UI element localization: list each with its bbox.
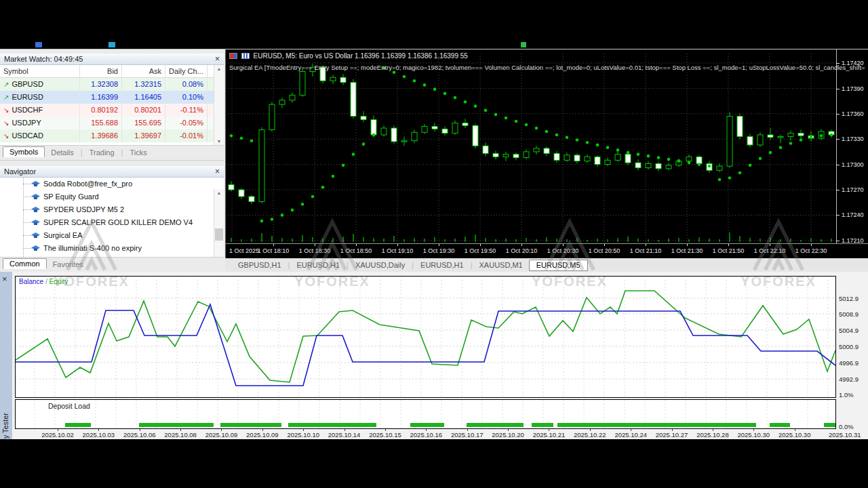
column-bid[interactable]: Bid	[80, 65, 122, 78]
toolbar-icon-fragment	[35, 42, 42, 47]
cap-base	[34, 184, 37, 186]
time-axis-tick	[315, 244, 315, 246]
arrow-up-icon: ↗	[3, 94, 9, 101]
date-axis-tick	[180, 429, 181, 431]
chart-tab-eurusd-h1[interactable]: EURUSD,H1	[290, 260, 346, 270]
tab-favorites[interactable]: Favorites	[47, 260, 90, 269]
tab-separator: |	[121, 148, 123, 157]
date-axis-tick	[590, 429, 591, 431]
close-icon[interactable]: ×	[215, 167, 220, 176]
date-axis-tick	[98, 429, 99, 431]
chart-tab-xauusd-m1[interactable]: XAUUSD,M1	[473, 260, 529, 270]
time-axis-label: 1 Oct 19:30	[423, 247, 455, 254]
time-axis-tick	[480, 244, 481, 246]
market-watch-scrollbar[interactable]: ▲ ▼	[214, 65, 224, 146]
date-axis-label: 2025.10.09	[246, 431, 279, 439]
market-watch-row[interactable]: ↗EURUSD1.163991.164050.10%	[0, 91, 224, 104]
market-watch-row[interactable]: ↘USDCAD1.396861.39697-0.01%	[0, 129, 224, 142]
time-axis[interactable]: 1 Oct 20251 Oct 18:101 Oct 18:301 Oct 18…	[226, 243, 868, 258]
date-axis-label: 2025.10.06	[123, 431, 156, 439]
close-icon[interactable]: ×	[215, 54, 220, 64]
market-watch-row[interactable]: ↘USDCHF0.801920.80201-0.11%	[0, 104, 224, 117]
expert-advisor-icon	[31, 194, 40, 200]
column-daily-change[interactable]: Daily Ch...	[165, 65, 208, 78]
navigator-scrollbar[interactable]: ▲ ▼	[214, 189, 224, 257]
market-watch-row[interactable]: ↘USDJPY155.688155.695-0.05%	[0, 117, 224, 129]
tab-separator: |	[81, 148, 83, 157]
date-axis-label: 2025.10.28	[696, 431, 729, 439]
chart-tab-eurusd-m5[interactable]: EURUSD,M5	[529, 260, 588, 271]
cap-base	[34, 248, 37, 251]
time-axis-label: 1 Oct 21:50	[713, 247, 745, 254]
chart-tab-xauusd-daily[interactable]: XAUUSD,Daily	[349, 260, 411, 270]
navigator-item[interactable]: Surgical EA	[0, 229, 224, 242]
time-axis-tick	[356, 244, 357, 246]
price-axis-tick	[836, 215, 840, 216]
tester-pct-label: 0.0%	[839, 423, 854, 430]
date-axis-label: 2025.10.31	[829, 431, 861, 439]
column-ask[interactable]: Ask	[122, 65, 165, 78]
date-axis-tick	[262, 429, 263, 431]
price-axis-label: 1.17270	[842, 186, 864, 193]
daily-change-cell: -0.05%	[165, 117, 208, 129]
tester-axis-label: 4992.9	[839, 375, 859, 383]
deposit-load-chart[interactable]: Deposit Load	[15, 399, 836, 429]
date-axis-label: 2025.10.14	[328, 431, 361, 439]
price-axis-tick	[836, 89, 840, 89]
tab-symbols[interactable]: Symbols	[3, 146, 45, 157]
scroll-up-icon[interactable]: ▲	[214, 189, 224, 197]
deposit-bar	[65, 423, 91, 427]
navigator-item[interactable]: SPYDER USDJPY M5 2	[0, 203, 224, 216]
time-axis-label: 1 Oct 22:10	[754, 247, 786, 254]
ask-cell: 1.32315	[122, 78, 165, 91]
time-axis-label: 1 Oct 20:10	[506, 247, 538, 254]
bar-chart-icon	[241, 53, 250, 59]
date-axis-tick	[549, 429, 549, 431]
deposit-bar	[410, 423, 444, 427]
navigator-items: Sodda Robot@free_fx_proSP Equity GuardSP…	[0, 178, 224, 255]
date-axis-tick	[713, 429, 713, 431]
tab-trading[interactable]: Trading	[83, 148, 121, 157]
chart-title: EURUSD, M5: Euro vs US Dollar 1.16396 1.…	[254, 52, 468, 60]
balance-equity-chart[interactable]: Balance / Equity	[15, 276, 836, 398]
tester-axis-label: 5000.9	[839, 343, 859, 350]
chart-tab-eurusd-h1[interactable]: EURUSD,H1	[414, 260, 470, 270]
strategy-tester-strip: × Strategy Tester	[0, 272, 12, 440]
scroll-up-icon[interactable]: ▲	[214, 65, 224, 73]
cap-base	[34, 222, 37, 225]
expert-advisor-icon	[31, 207, 40, 213]
price-axis-label: 1.17330	[842, 136, 864, 142]
close-icon[interactable]: ×	[2, 274, 7, 284]
deposit-bar	[557, 423, 756, 427]
navigator-item[interactable]: The illuminati S-400 no expiry	[0, 242, 224, 255]
chart-legend: Balance / Equity	[19, 278, 68, 285]
bid-cell: 155.688	[80, 117, 122, 129]
navigator-item[interactable]: SUPER SCALPER GOLD KILLER DEMO V4	[0, 216, 224, 229]
scrollbar-thumb[interactable]	[215, 228, 223, 241]
chart-title-line: EURUSD, M5: Euro vs US Dollar 1.16396 1.…	[229, 52, 468, 60]
date-axis-label: 2025.10.20	[492, 431, 524, 439]
time-axis-label: 1 Oct 18:30	[299, 247, 331, 254]
date-axis-label: 2025.10.02	[41, 431, 74, 439]
price-axis-label: 1.17390	[842, 85, 864, 92]
navigator-item[interactable]: Sodda Robot@free_fx_pro	[0, 178, 224, 190]
date-axis-label: 2025.10.08	[164, 431, 197, 439]
tab-common[interactable]: Common	[3, 258, 47, 269]
tab-details[interactable]: Details	[45, 148, 80, 157]
symbol-cell: ↘USDCHF	[0, 104, 80, 117]
time-axis-tick	[646, 244, 646, 246]
ea-parameters-line: Surgical EA [TmodeEntry=== Entry Setup =…	[229, 64, 865, 71]
market-watch-titlebar: Market Watch: 04:49:45 ×	[0, 54, 224, 65]
chart-window[interactable]: EURUSD, M5: Euro vs US Dollar 1.16396 1.…	[225, 49, 868, 258]
ask-cell: 155.695	[122, 117, 165, 129]
tab-ticks[interactable]: Ticks	[123, 148, 153, 157]
candlestick-chart[interactable]	[228, 54, 836, 243]
cap-base	[34, 209, 37, 212]
chart-tab-gbpusd-h1[interactable]: GBPUSD,H1	[232, 260, 288, 270]
navigator-item[interactable]: SP Equity Guard	[0, 190, 224, 203]
column-symbol[interactable]: Symbol	[0, 65, 80, 78]
market-watch-row[interactable]: ↗GBPUSD1.323081.323150.08%	[0, 78, 224, 91]
date-axis-tick	[58, 429, 58, 431]
ask-cell: 1.39697	[122, 129, 165, 142]
date-axis-label: 2025.10.10	[287, 431, 319, 439]
